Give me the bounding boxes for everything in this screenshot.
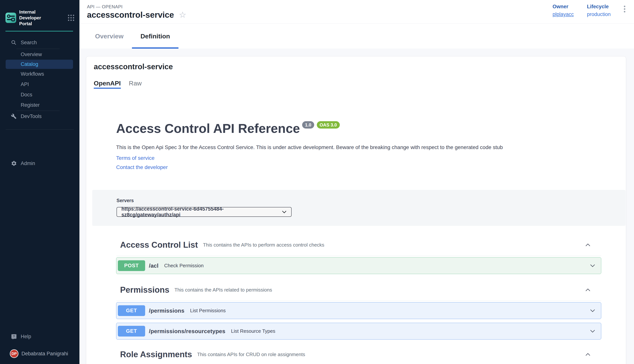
sidebar-nav: Search Overview Catalog Workflows API Do…: [0, 32, 80, 169]
lifecycle-label: Lifecycle: [587, 4, 611, 10]
chevron-up-icon[interactable]: [586, 288, 590, 291]
operation-summary: List Permissions: [190, 308, 226, 314]
kebab-menu-icon[interactable]: [624, 6, 625, 12]
lifecycle-block: Lifecycle production: [587, 4, 611, 17]
swagger-ui: Access Control API Reference 1.0 OAS 3.0…: [116, 122, 601, 364]
contact-developer-link[interactable]: Contact the developer: [116, 164, 601, 170]
sidebar-item-docs[interactable]: Docs: [0, 90, 80, 100]
operation-get-permissions[interactable]: GET /permissions List Permissions: [116, 302, 601, 319]
chevron-down-icon[interactable]: [590, 309, 595, 312]
entity-tabs: Overview Definition: [80, 24, 634, 48]
terms-of-service-link[interactable]: Terms of service: [116, 155, 601, 161]
sidebar-item-label: Register: [21, 102, 40, 108]
header-left: API — OPENAPI accesscontrol-service ☆: [87, 0, 186, 24]
page-title: accesscontrol-service: [87, 10, 174, 20]
chevron-down-icon[interactable]: [590, 264, 595, 267]
sidebar-item-catalog[interactable]: Catalog: [6, 60, 73, 69]
owner-link[interactable]: plplayacc: [552, 12, 574, 17]
portal-logo-icon: [6, 12, 16, 23]
tab-raw[interactable]: Raw: [129, 80, 142, 89]
chevron-up-icon[interactable]: [586, 353, 590, 356]
chevron-down-icon: [282, 210, 287, 214]
sidebar-footer: ? Help DP Debabrata Panigrahi: [0, 332, 80, 364]
help-chat-icon: ?: [11, 334, 21, 340]
sidebar-item-admin[interactable]: Admin: [0, 158, 80, 169]
sidebar-item-label: Docs: [21, 92, 32, 98]
operation-path: /permissions/resourcetypes: [149, 328, 225, 334]
sidebar-item-label: Catalog: [21, 61, 38, 67]
server-url-select[interactable]: https://accesscontrol-service-6d45755484…: [116, 207, 292, 217]
server-url-value: https://accesscontrol-service-6d45755484…: [122, 206, 282, 218]
lifecycle-value: production: [587, 12, 611, 17]
operation-post-acl[interactable]: POST /acl Check Permission: [116, 257, 601, 274]
sidebar-item-label: DevTools: [21, 114, 42, 119]
header-meta: Owner plplayacc Lifecycle production: [552, 0, 625, 24]
brand: Internal Developer Portal: [6, 9, 74, 27]
sidebar-item-workflows[interactable]: Workflows: [0, 69, 80, 79]
section-subtitle: This contains the APIs related to permis…: [174, 287, 272, 293]
help-label: Help: [21, 334, 31, 340]
wrench-icon: [11, 114, 21, 119]
user-name: Debabrata Panigrahi: [22, 351, 68, 357]
section-subtitle: This contains APIs for CRUD on role assi…: [197, 352, 305, 358]
method-badge: GET: [118, 326, 145, 336]
section-title: Access Control List: [120, 241, 198, 249]
api-info: Access Control API Reference 1.0 OAS 3.0: [116, 122, 601, 135]
sidebar-item-help[interactable]: ? Help: [0, 332, 80, 342]
operation-summary: List Resource Types: [231, 328, 275, 334]
favorite-star-icon[interactable]: ☆: [179, 11, 186, 19]
definition-card: accesscontrol-service OpenAPI Raw Access…: [86, 56, 626, 364]
operation-path: /permissions: [149, 308, 184, 314]
sidebar-item-label: Overview: [21, 52, 42, 58]
sidebar-item-search[interactable]: Search: [0, 38, 80, 48]
tab-overview[interactable]: Overview: [86, 24, 132, 48]
api-description: This is the Open Api Spec 3 for the Acce…: [116, 144, 601, 150]
svg-text:?: ?: [13, 335, 15, 338]
divider: [6, 130, 74, 130]
tab-definition[interactable]: Definition: [132, 24, 178, 48]
owner-block: Owner plplayacc: [552, 4, 574, 17]
oas-badge: OAS 3.0: [317, 121, 340, 128]
brand-title: Internal Developer Portal: [19, 9, 52, 27]
method-badge: POST: [118, 260, 145, 271]
method-badge: GET: [118, 305, 145, 316]
section-role-assignments[interactable]: Role Assignments This contains APIs for …: [116, 350, 601, 364]
servers-label: Servers: [116, 198, 626, 203]
api-title: Access Control API Reference: [116, 122, 300, 135]
sidebar: Internal Developer Portal Search Overvie…: [0, 0, 80, 364]
operation-get-permissions-resourcetypes[interactable]: GET /permissions/resourcetypes List Reso…: [116, 323, 601, 340]
operation-summary: Check Permission: [164, 263, 204, 268]
sidebar-item-overview[interactable]: Overview: [0, 49, 80, 60]
chevron-down-icon[interactable]: [590, 330, 595, 333]
tab-openapi[interactable]: OpenAPI: [94, 80, 121, 89]
section-title: Permissions: [120, 286, 170, 294]
chevron-up-icon[interactable]: [586, 243, 590, 246]
content-area: accesscontrol-service OpenAPI Raw Access…: [80, 48, 634, 364]
owner-label: Owner: [552, 4, 574, 10]
sidebar-item-label: Workflows: [21, 71, 44, 77]
definition-format-tabs: OpenAPI Raw: [94, 80, 626, 89]
apps-grid-icon[interactable]: [68, 15, 74, 21]
version-badge: 1.0: [302, 121, 314, 128]
section-subtitle: This contains the APIs to perform access…: [203, 242, 324, 248]
breadcrumb: API — OPENAPI: [87, 4, 186, 10]
user-menu[interactable]: DP Debabrata Panigrahi: [0, 349, 80, 358]
sidebar-item-label: Admin: [21, 160, 35, 166]
gear-icon: [11, 160, 21, 166]
search-icon: [11, 40, 21, 45]
avatar: DP: [10, 349, 18, 358]
sidebar-item-label: API: [21, 82, 29, 87]
sidebar-item-label: Search: [21, 40, 37, 46]
section-title: Role Assignments: [120, 350, 192, 358]
page-header: API — OPENAPI accesscontrol-service ☆ Ow…: [80, 0, 634, 24]
sidebar-item-register[interactable]: Register: [0, 100, 80, 110]
main: API — OPENAPI accesscontrol-service ☆ Ow…: [80, 0, 634, 364]
divider: [16, 49, 60, 49]
servers-panel: Servers https://accesscontrol-service-6d…: [92, 190, 626, 226]
operation-path: /acl: [149, 262, 158, 269]
sidebar-item-devtools[interactable]: DevTools: [0, 111, 80, 122]
sidebar-item-api[interactable]: API: [0, 79, 80, 90]
section-access-control-list[interactable]: Access Control List This contains the AP…: [116, 241, 601, 256]
section-permissions[interactable]: Permissions This contains the APIs relat…: [116, 286, 601, 301]
card-title: accesscontrol-service: [86, 56, 626, 71]
